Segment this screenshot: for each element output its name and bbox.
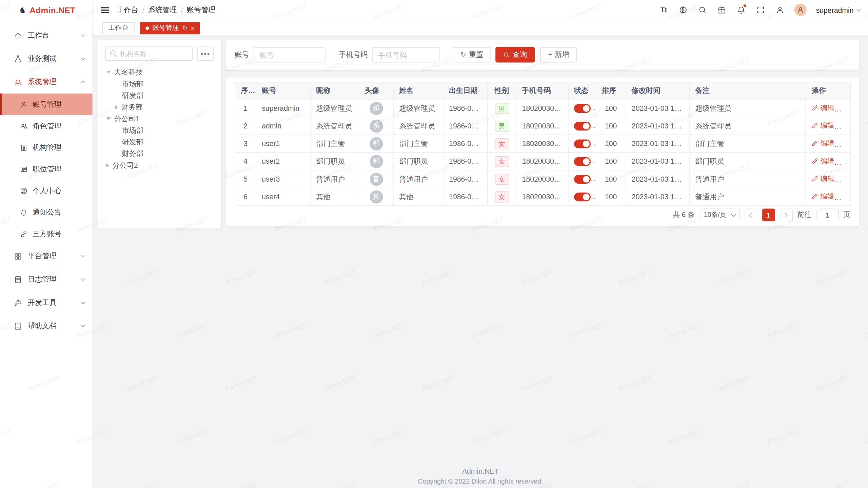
pencil-icon (811, 176, 818, 182)
sidebar-item-position-mgmt[interactable]: 职位管理 (0, 158, 93, 180)
avatar[interactable] (794, 4, 807, 16)
page-number-button[interactable]: 1 (762, 209, 775, 222)
search-icon[interactable] (697, 5, 707, 15)
refresh-icon[interactable]: ↻ (182, 25, 187, 31)
cell-modified: 2023-01-03 10:59:44 (626, 99, 690, 117)
sidebar-item-log-mgmt[interactable]: 日志管理 (0, 268, 93, 291)
col-sort: 排序 (596, 82, 626, 99)
status-toggle[interactable] (574, 157, 591, 166)
sidebar-item-help-docs[interactable]: 帮助文档 (0, 314, 93, 338)
cell-nickname: 其他 (310, 188, 359, 205)
prev-page-button[interactable] (744, 209, 757, 222)
cell-avatar: 部 (359, 152, 393, 170)
org-search-input[interactable] (105, 46, 193, 61)
pencil-icon (811, 193, 818, 200)
cell-remark: 系统管理员 (689, 117, 806, 135)
tree-node[interactable]: 研发部 (97, 136, 221, 148)
org-search (105, 46, 193, 61)
add-button[interactable]: + 新增 (540, 47, 577, 63)
status-toggle[interactable] (574, 175, 591, 184)
tree-node[interactable]: 分公司1 (97, 113, 221, 124)
building-icon (20, 144, 28, 151)
font-size-icon[interactable]: Tt (659, 5, 669, 15)
cell-actions: 编辑●●● (806, 188, 850, 205)
reset-button[interactable]: ↻ 重置 (453, 47, 491, 63)
fullscreen-icon[interactable] (756, 5, 766, 15)
caret-down-icon (106, 117, 111, 120)
cell-modified: 2023-01-03 10:59:44 (626, 188, 690, 205)
pencil-icon (811, 158, 818, 165)
tab-workbench[interactable]: 工作台 (102, 22, 135, 34)
app: ♞ Admin.NET 工作台 业务测试 系统管理 账号管理 (0, 0, 868, 488)
language-icon[interactable] (678, 5, 688, 15)
tree-node[interactable]: 财务部 (97, 148, 221, 159)
sidebar-item-label: 系统管理 (28, 77, 81, 87)
table-row: 4 user2 部门职员 部 部门职员 1986-06-28 女 1802003… (235, 152, 851, 170)
sidebar-item-label: 通知公告 (33, 207, 61, 217)
tree-node[interactable]: 分公司2 (97, 159, 221, 171)
sidebar-item-org-mgmt[interactable]: 机构管理 (0, 137, 93, 158)
sidebar-item-dev-tools[interactable]: 开发工具 (0, 291, 93, 314)
cell-status (568, 152, 596, 170)
cell-avatar: 部 (359, 135, 393, 152)
table-row: 3 user1 部门主管 部 部门主管 1986-06-28 女 1802003… (235, 135, 851, 152)
user-menu[interactable]: superadmin (816, 6, 861, 14)
sidebar-item-third-party[interactable]: 三方账号 (0, 223, 93, 245)
status-toggle[interactable] (574, 104, 591, 113)
status-toggle[interactable] (574, 192, 591, 201)
breadcrumb-item[interactable]: 账号管理 (187, 5, 216, 15)
edit-button[interactable]: 编辑 (811, 121, 834, 130)
breadcrumb-item[interactable]: 工作台 (117, 5, 138, 15)
book-icon (13, 322, 22, 330)
tree-node[interactable]: 市场部 (97, 124, 221, 136)
sidebar-item-role-mgmt[interactable]: 角色管理 (0, 115, 93, 137)
edit-button[interactable]: 编辑 (811, 174, 834, 184)
chevron-down-icon (731, 212, 736, 217)
tree-node[interactable]: 财务部 (97, 101, 221, 113)
search-button[interactable]: 查询 (495, 47, 535, 63)
cell-sort: 100 (596, 99, 626, 117)
caret-down-icon (106, 71, 111, 74)
plus-icon: + (548, 52, 552, 58)
cell-birth: 1986-06-28 (443, 117, 488, 135)
next-page-button[interactable] (780, 209, 793, 222)
edit-button[interactable]: 编辑 (811, 192, 834, 201)
cell-actions: 编辑●●● (806, 152, 850, 170)
sidebar-item-system-mgmt[interactable]: 系统管理 (0, 70, 93, 94)
phone-input[interactable] (372, 47, 439, 63)
hamburger-menu-icon[interactable] (101, 7, 109, 14)
theme-icon[interactable] (717, 5, 727, 15)
edit-button[interactable]: 编辑 (811, 103, 834, 113)
account-input[interactable] (254, 47, 326, 63)
sidebar-item-account-mgmt[interactable]: 账号管理 (0, 94, 93, 115)
status-toggle[interactable] (574, 122, 591, 130)
goto-page-input[interactable] (816, 209, 838, 222)
close-icon[interactable]: × (191, 25, 194, 32)
tree-node[interactable]: 市场部 (97, 78, 221, 89)
cell-gender: 男 (488, 99, 516, 117)
tree-node[interactable]: 大名科技 (97, 66, 221, 78)
tab-account-mgmt[interactable]: 账号管理 ↻ × (140, 22, 200, 34)
tree-more-button[interactable]: ●●● (197, 46, 214, 61)
edit-button[interactable]: 编辑 (811, 157, 834, 166)
flask-icon (13, 54, 22, 63)
sidebar-item-personal-center[interactable]: 个人中心 (0, 180, 93, 202)
sidebar-item-platform-mgmt[interactable]: 平台管理 (0, 245, 93, 268)
user-icon[interactable] (775, 5, 785, 15)
chevron-up-icon (81, 80, 85, 85)
notification-bell-icon[interactable] (736, 5, 746, 15)
sidebar-item-workbench[interactable]: 工作台 (0, 24, 93, 47)
sidebar-item-business-test[interactable]: 业务测试 (0, 47, 93, 70)
breadcrumb-item[interactable]: 系统管理 (148, 5, 177, 15)
gender-tag: 男 (495, 103, 509, 114)
edit-button[interactable]: 编辑 (811, 139, 834, 148)
status-toggle[interactable] (574, 139, 591, 148)
cell-nickname: 系统管理员 (310, 117, 359, 135)
page-size-select[interactable]: 10条/页 (699, 209, 739, 222)
caret-right-icon (106, 163, 109, 167)
tree-node-label: 财务部 (122, 148, 143, 158)
cell-phone: 18020030720 (516, 170, 568, 188)
sidebar-item-notice[interactable]: 通知公告 (0, 201, 93, 223)
col-status: 状态 (568, 82, 596, 99)
tree-node[interactable]: 研发部 (97, 89, 221, 101)
